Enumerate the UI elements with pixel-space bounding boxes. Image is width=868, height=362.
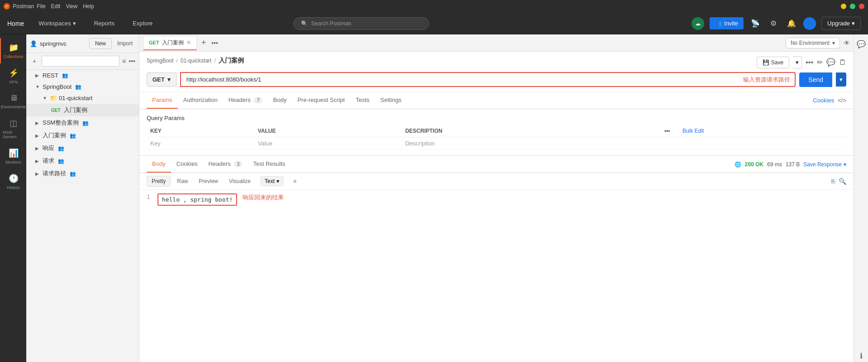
upgrade-button[interactable]: Upgrade ▾	[821, 17, 861, 30]
params-value-cell[interactable]: Value	[254, 137, 402, 150]
radio-icon-btn[interactable]: 📡	[749, 17, 762, 30]
quickstart-label: 01-quickstart	[59, 95, 92, 101]
breadcrumb-quickstart[interactable]: 01-quickstart	[181, 58, 212, 64]
req-tab-body[interactable]: Body	[268, 92, 292, 109]
response-team-icon: 👥	[58, 145, 64, 151]
tab-add-btn[interactable]: +	[198, 38, 210, 48]
format-tab-visualize[interactable]: Visualize	[224, 176, 255, 186]
breadcrumb-springboot[interactable]: SpringBoot	[147, 58, 173, 64]
sidebar-item-history[interactable]: 🕐 History	[0, 169, 26, 194]
comment-icon-btn[interactable]: 💬	[826, 58, 835, 67]
import-button[interactable]: Import	[114, 39, 135, 48]
req-tab-settings[interactable]: Settings	[375, 92, 407, 109]
headers-count-badge: 7	[254, 97, 262, 103]
entry-team-icon: 👥	[70, 133, 76, 139]
menu-edit[interactable]: Edit	[51, 3, 61, 10]
springboot-team-icon: 👥	[75, 84, 81, 90]
response-tab-test-results[interactable]: Test Results	[248, 156, 291, 173]
right-panel-icon-1[interactable]: 💬	[855, 38, 868, 50]
avatar-btn[interactable]: 👤	[803, 17, 816, 30]
sidebar-item-environments[interactable]: 🖥 Environments	[0, 89, 26, 114]
bulk-edit-btn[interactable]: Bulk Edit	[682, 128, 704, 134]
code-link[interactable]: </>	[838, 97, 846, 104]
search-bar[interactable]: 🔍 Search Postman	[293, 17, 429, 30]
sidebar-icon-label-monitors: Monitors	[5, 160, 21, 164]
workspaces-menu[interactable]: Workspaces ▾	[35, 18, 79, 29]
cookies-link[interactable]: Cookies	[813, 97, 834, 104]
new-button[interactable]: New	[89, 38, 112, 49]
wrap-lines-btn[interactable]: ≡	[289, 176, 301, 186]
explore-link[interactable]: Explore	[129, 18, 156, 29]
req-tab-prerequest[interactable]: Pre-request Script	[292, 92, 350, 109]
home-link[interactable]: Home	[7, 20, 24, 27]
save-response-btn[interactable]: Save Response ▾	[803, 161, 846, 168]
reports-link[interactable]: Reports	[91, 18, 119, 29]
sidebar-item-monitors[interactable]: 📊 Monitors	[0, 144, 26, 169]
env-eye-icon[interactable]: 👁	[844, 39, 850, 47]
minimize-btn[interactable]	[841, 4, 846, 9]
line-number: 1	[147, 193, 150, 200]
monitors-icon: 📊	[9, 148, 19, 158]
save-dropdown-btn[interactable]: ▾	[793, 56, 802, 68]
chevron-down-icon-2: ▼	[43, 96, 48, 101]
req-tab-headers[interactable]: Headers 7	[223, 92, 268, 109]
right-panel-info-icon[interactable]: ℹ	[858, 350, 864, 362]
tree-item-entry-case[interactable]: ▶ 入门案例 👥	[26, 129, 139, 142]
sidebar-item-collections[interactable]: 📁 Collections	[0, 38, 26, 63]
invite-button[interactable]: 👥 Invite	[710, 17, 744, 29]
search-response-btn[interactable]: 🔍	[839, 178, 846, 185]
url-input[interactable]	[180, 72, 796, 87]
settings-icon-btn[interactable]: ⚙	[767, 17, 780, 30]
tree-item-quickstart[interactable]: ▼ 📁 01-quickstart	[26, 92, 139, 104]
response-tab-cookies[interactable]: Cookies	[171, 156, 203, 173]
copy-response-btn[interactable]: ⎘	[831, 178, 835, 185]
req-more-btn[interactable]: •••	[806, 58, 813, 67]
tab-intro-case[interactable]: GET 入门案例 ✕	[143, 36, 197, 50]
tree-item-rest[interactable]: ▶ REST 👥	[26, 70, 139, 81]
query-params-section: Query Params KEY VALUE DESCRIPTION ••• B…	[139, 109, 854, 155]
text-selector-label: Text	[265, 178, 275, 184]
request-label: 请求	[43, 157, 54, 165]
params-description-cell[interactable]: Description	[401, 137, 660, 150]
req-tab-tests[interactable]: Tests	[350, 92, 375, 109]
tab-close-btn[interactable]: ✕	[186, 39, 191, 46]
filter-btn[interactable]: ≡	[122, 58, 126, 65]
menu-help[interactable]: Help	[83, 3, 94, 10]
format-tab-preview[interactable]: Preview	[194, 176, 223, 186]
get-method-badge: GET	[50, 107, 62, 113]
format-tab-pretty[interactable]: Pretty	[147, 176, 171, 187]
add-collection-btn[interactable]: +	[30, 56, 39, 67]
maximize-btn[interactable]	[850, 4, 855, 9]
req-tab-params[interactable]: Params	[147, 92, 178, 109]
info-icon-btn[interactable]: 🗒	[839, 58, 846, 67]
sidebar-more-btn[interactable]: •••	[129, 58, 135, 65]
tree-item-response[interactable]: ▶ 响应 👥	[26, 142, 139, 154]
save-button[interactable]: 💾 Save	[757, 57, 789, 68]
req-tab-authorization[interactable]: Authorization	[178, 92, 223, 109]
format-tab-raw[interactable]: Raw	[172, 176, 192, 186]
tab-more-btn[interactable]: •••	[210, 39, 220, 47]
sidebar-search-input[interactable]	[42, 56, 119, 67]
tree-item-request[interactable]: ▶ 请求 👥	[26, 154, 139, 167]
menu-view[interactable]: View	[66, 3, 77, 10]
response-tab-headers[interactable]: Headers 3	[203, 156, 248, 173]
env-selector[interactable]: No Environment ▾	[786, 38, 840, 48]
tree-item-intro-case[interactable]: GET 入门案例	[26, 104, 139, 116]
close-btn[interactable]	[859, 4, 864, 9]
bell-icon-btn[interactable]: 🔔	[785, 17, 798, 30]
text-selector[interactable]: Text ▾	[261, 176, 283, 186]
method-select[interactable]: GET ▾	[147, 72, 176, 87]
tree-item-request-path[interactable]: ▶ 请求路径 👥	[26, 167, 139, 180]
sync-btn[interactable]: ☁	[692, 17, 704, 30]
response-tab-body[interactable]: Body	[147, 156, 171, 173]
sidebar-item-apis[interactable]: ⚡ APIs	[0, 63, 26, 89]
tree-item-springboot[interactable]: ▼ SpringBoot 👥	[26, 81, 139, 92]
sidebar-item-mock-servers[interactable]: ◫ Mock Servers	[0, 114, 26, 144]
menu-file[interactable]: File	[37, 3, 45, 10]
request-path-label: 请求路径	[43, 169, 66, 178]
send-button[interactable]: Send	[799, 72, 832, 87]
tree-item-ssm[interactable]: ▶ SSM整合案例 👥	[26, 116, 139, 129]
send-dropdown-btn[interactable]: ▾	[836, 72, 846, 87]
edit-icon-btn[interactable]: ✏	[817, 58, 823, 67]
params-key-cell[interactable]: Key	[147, 137, 254, 150]
